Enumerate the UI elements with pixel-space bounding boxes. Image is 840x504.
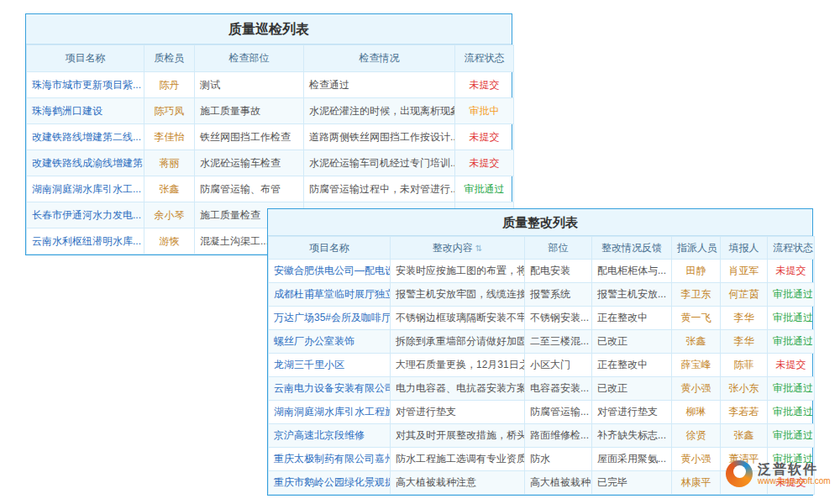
cell-text: 正在整改中	[592, 307, 672, 330]
cell-project[interactable]: 云南水利枢纽潜明水库...	[27, 228, 144, 255]
cell-project[interactable]: 龙湖三千里小区	[269, 354, 391, 377]
cell-person[interactable]: 黄一飞	[672, 307, 721, 330]
cell-person[interactable]: 陈巧凤	[144, 98, 195, 124]
cell-person[interactable]: 李卫东	[672, 283, 721, 307]
cell-text: 道路两侧铁丝网围挡工作按设计...	[304, 124, 455, 150]
cell-project[interactable]: 珠海鹤洲口建设	[27, 98, 144, 124]
cell-text: 二至三楼混...	[525, 330, 592, 354]
cell-text: 检查通过	[304, 72, 455, 98]
cell-text: 高大植被栽种	[525, 471, 592, 495]
cell-person[interactable]: 肖亚军	[721, 260, 768, 283]
cell-person[interactable]: 田静	[672, 260, 721, 283]
cell-person[interactable]: 张鑫	[721, 424, 768, 448]
rectify-header-row: 项目名称整改内容⇅部位整改情况反馈指派人员填报人流程状态	[269, 237, 815, 260]
column-header[interactable]: 项目名称	[27, 45, 144, 72]
cell-project[interactable]: 成都杜甫草堂临时展厅独立展...	[269, 283, 391, 307]
cell-text: 防水	[525, 448, 592, 471]
table-row: 万达广场35#会所及咖啡厅空...不锈钢边框玻璃隔断安装不牢...不锈钢安装..…	[269, 307, 815, 330]
cell-status: 审批通过	[768, 330, 815, 354]
column-header[interactable]: 整改情况反馈	[592, 237, 672, 260]
cell-person[interactable]: 余小琴	[144, 202, 195, 228]
table-row: 珠海鹤洲口建设陈巧凤施工质量事故水泥砼灌注的时候，出现离析现象审批中	[27, 98, 514, 124]
cell-project[interactable]: 湖南洞庭湖水库引水工...	[27, 176, 144, 202]
cell-project[interactable]: 重庆太极制药有限公司嘉州中...	[269, 448, 391, 471]
cell-status: 审批通过	[768, 401, 815, 424]
cell-person[interactable]: 黄小强	[672, 377, 721, 401]
cell-status: 未提交	[768, 354, 815, 377]
page: 质量巡检列表 项目名称质检员检查部位检查情况流程状态 珠海市城市更新项目紫...…	[0, 0, 840, 504]
cell-project[interactable]: 珠海市城市更新项目紫...	[27, 72, 144, 98]
cell-text: 对管进行垫支	[592, 401, 672, 424]
table-row: 湖南洞庭湖水库引水工...张鑫防腐管运输、布管防腐管运输过程中，未对管进行...…	[27, 176, 514, 202]
cell-project[interactable]: 湖南洞庭湖水库引水工程施工队	[269, 401, 391, 424]
cell-text: 对管进行垫支	[391, 401, 525, 424]
column-header[interactable]: 流程状态	[455, 45, 514, 72]
cell-project[interactable]: 云南电力设备安装有限公司20...	[269, 377, 391, 401]
cell-person[interactable]: 游恢	[144, 228, 195, 255]
cell-project[interactable]: 安徽合肥供电公司—配电设备...	[269, 260, 391, 283]
cell-text: 大理石质量更换，12月31日之...	[391, 354, 525, 377]
column-header[interactable]: 指派人员	[672, 237, 721, 260]
column-header[interactable]: 检查部位	[195, 45, 304, 72]
column-header[interactable]: 质检员	[144, 45, 195, 72]
fanpu-logo-icon	[726, 460, 753, 487]
cell-person[interactable]: 柳琳	[672, 401, 721, 424]
cell-project[interactable]: 万达广场35#会所及咖啡厅空...	[269, 307, 391, 330]
cell-status: 未提交	[768, 260, 815, 283]
column-header[interactable]: 流程状态	[768, 237, 815, 260]
cell-text: 安装时应按施工图的布置，将...	[391, 260, 525, 283]
column-header[interactable]: 检查情况	[304, 45, 455, 72]
cell-person[interactable]: 张鑫	[672, 330, 721, 354]
cell-person[interactable]: 何芷茵	[721, 283, 768, 307]
column-header[interactable]: 部位	[525, 237, 592, 260]
cell-status: 未提交	[455, 150, 514, 176]
column-header[interactable]: 填报人	[721, 237, 768, 260]
logo-url: www.fanpusoft.com	[758, 476, 831, 486]
fanpu-logo[interactable]: 泛普软件 www.fanpusoft.com	[726, 460, 831, 487]
cell-person[interactable]: 张小东	[721, 377, 768, 401]
cell-person[interactable]: 陈菲	[721, 354, 768, 377]
table-row: 改建铁路线成渝线增建第...蒋丽水泥砼运输车检查水泥砼运输车司机经过专门培训..…	[27, 150, 514, 176]
cell-person[interactable]: 蒋丽	[144, 150, 195, 176]
cell-person[interactable]: 林康平	[672, 471, 721, 495]
cell-project[interactable]: 长春市伊通河水力发电...	[27, 202, 144, 228]
cell-person[interactable]: 李华	[721, 307, 768, 330]
column-header[interactable]: 整改内容⇅	[391, 237, 525, 260]
column-header[interactable]: 项目名称	[269, 237, 391, 260]
rectify-table-grid: 项目名称整改内容⇅部位整改情况反馈指派人员填报人流程状态 安徽合肥供电公司—配电…	[268, 236, 815, 495]
cell-person[interactable]: 陈丹	[144, 72, 195, 98]
cell-text: 已改正	[592, 377, 672, 401]
cell-project[interactable]: 改建铁路线增建第二线...	[27, 124, 144, 150]
cell-text: 不锈钢边框玻璃隔断安装不牢...	[391, 307, 525, 330]
cell-person[interactable]: 黄小强	[672, 448, 721, 471]
cell-person[interactable]: 张鑫	[144, 176, 195, 202]
cell-status: 未提交	[455, 72, 514, 98]
cell-person[interactable]: 薛宝峰	[672, 354, 721, 377]
cell-status: 审批通过	[768, 307, 815, 330]
sort-icon[interactable]: ⇅	[475, 244, 482, 253]
cell-person[interactable]: 李若若	[721, 401, 768, 424]
cell-project[interactable]: 改建铁路线成渝线增建第...	[27, 150, 144, 176]
cell-person[interactable]: 徐贤	[672, 424, 721, 448]
inspection-table-title: 质量巡检列表	[26, 14, 512, 45]
rectify-table-title: 质量整改列表	[268, 209, 812, 236]
rectify-table: 质量整改列表 项目名称整改内容⇅部位整改情况反馈指派人员填报人流程状态 安徽合肥…	[267, 208, 813, 496]
table-row: 改建铁路线增建第二线...李佳怡铁丝网围挡工作检查道路两侧铁丝网围挡工作按设计.…	[27, 124, 514, 150]
fanpu-logo-text: 泛普软件 www.fanpusoft.com	[758, 462, 831, 486]
cell-project[interactable]: 京沪高速北京段维修	[269, 424, 391, 448]
cell-project[interactable]: 重庆市鹅岭公园绿化景观提升...	[269, 471, 391, 495]
cell-person[interactable]: 李华	[721, 330, 768, 354]
cell-text: 报警主机安放...	[592, 283, 672, 307]
table-row: 云南电力设备安装有限公司20...电力电容器、电抗器安装方案...电容器安装..…	[269, 377, 815, 401]
cell-project[interactable]: 螺丝厂办公室装饰	[269, 330, 391, 354]
cell-text: 拆除到承重墙部分请做好加固...	[391, 330, 525, 354]
cell-text: 小区大门	[525, 354, 592, 377]
table-row: 珠海市城市更新项目紫...陈丹测试检查通过未提交	[27, 72, 514, 98]
cell-text: 水泥砼运输车司机经过专门培训...	[304, 150, 455, 176]
logo-name: 泛普软件	[758, 462, 831, 476]
cell-text: 已改正	[592, 330, 672, 354]
cell-text: 电容器安装...	[525, 377, 592, 401]
cell-status: 审批通过	[768, 283, 815, 307]
cell-text: 配电安装	[525, 260, 592, 283]
cell-person[interactable]: 李佳怡	[144, 124, 195, 150]
